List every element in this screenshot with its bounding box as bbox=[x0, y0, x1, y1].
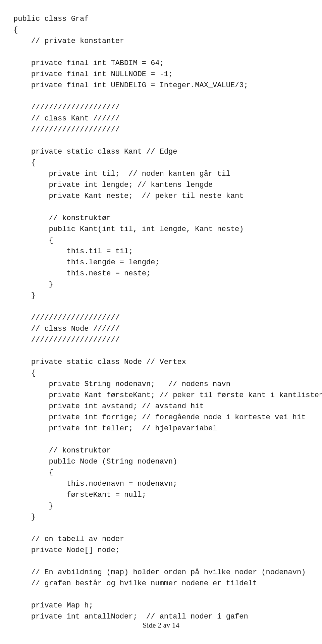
code-content: public class Graf { // private konstante… bbox=[13, 13, 309, 622]
page-footer: Side 2 av 14 bbox=[0, 620, 322, 631]
